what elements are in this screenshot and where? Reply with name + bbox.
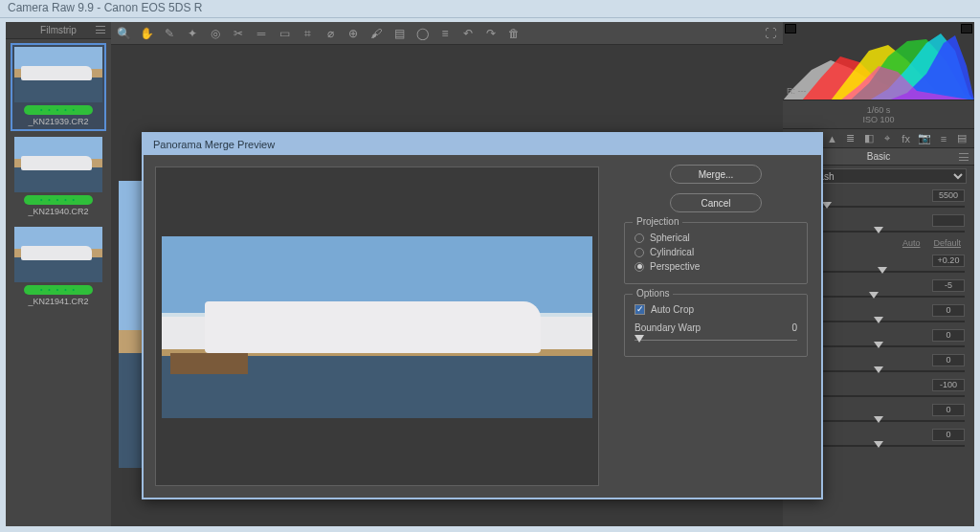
rating-badge: • • • • • [24, 285, 93, 295]
exif-iso: ISO 100 [862, 115, 894, 124]
tab-presets-icon[interactable]: ≡ [937, 132, 949, 145]
temperature-value[interactable]: 5500 [932, 189, 965, 202]
tab-fx-icon[interactable]: fx [900, 132, 912, 145]
projection-spherical-label: Spherical [650, 233, 690, 243]
options-group: Options Auto Crop Boundary Warp 0 [624, 294, 808, 357]
projection-legend: Projection [633, 216, 682, 227]
highlights-value[interactable]: 0 [932, 304, 965, 317]
vibrance-value[interactable]: 0 [932, 429, 965, 441]
thumbnail-label: _KN21941.CR2 [12, 297, 104, 309]
boundary-warp-slider[interactable] [635, 335, 797, 346]
contrast-value[interactable]: -5 [932, 279, 965, 292]
panorama-merge-dialog: Panorama Merge Preview Merge... Cancel P… [142, 132, 823, 499]
projection-perspective[interactable]: Perspective [635, 259, 797, 274]
thumbnail-list: • • • • • _KN21939.CR2 • • • • • _KN2194… [6, 39, 111, 309]
dialog-preview-area [144, 155, 611, 498]
clarity-value[interactable]: 0 [932, 404, 965, 416]
trash-icon[interactable]: 🗑 [507, 27, 521, 40]
projection-group: Projection Spherical Cylindrical Perspec… [624, 222, 808, 284]
shadows-value[interactable]: 0 [932, 329, 965, 342]
exposure-value[interactable]: +0.20 [932, 255, 965, 267]
straighten-icon[interactable]: ═ [255, 27, 268, 40]
auto-crop-label: Auto Crop [651, 304, 694, 315]
tab-split-icon[interactable]: ◧ [862, 132, 875, 145]
projection-perspective-label: Perspective [650, 261, 700, 272]
panorama-image [162, 236, 592, 418]
dialog-preview-frame [155, 166, 599, 486]
dialog-controls: Merge... Cancel Projection Spherical Cyl… [611, 155, 821, 498]
panorama-preview [162, 236, 592, 418]
checkbox-icon [635, 304, 645, 315]
projection-cylindrical-label: Cylindrical [650, 247, 694, 257]
rating-badge: • • • • • [24, 105, 93, 115]
blacks-value[interactable]: -100 [932, 379, 965, 391]
grad-icon[interactable]: ▤ [392, 27, 406, 40]
projection-spherical[interactable]: Spherical [635, 231, 797, 245]
rotate-cw-icon[interactable]: ↷ [484, 27, 498, 40]
redeye-icon[interactable]: ⊕ [346, 27, 360, 40]
eyedropper-icon[interactable]: ✎ [163, 27, 176, 40]
boundary-warp-label: Boundary Warp [635, 322, 701, 333]
basic-title: Basic [867, 151, 890, 162]
tab-hsl-icon[interactable]: ≣ [844, 132, 857, 145]
thumbnail-item[interactable]: • • • • • _KN21939.CR2 [12, 45, 104, 129]
transform-icon[interactable]: ▭ [278, 27, 291, 40]
thumbnail-item[interactable]: • • • • • _KN21941.CR2 [12, 225, 104, 309]
rotate-ccw-icon[interactable]: ↶ [461, 27, 475, 40]
basic-menu-icon[interactable] [959, 153, 969, 161]
exif-shutter: 1/60 s [867, 105, 891, 115]
options-legend: Options [633, 288, 673, 299]
tint-value[interactable] [932, 214, 965, 227]
thumbnail-image [14, 47, 102, 102]
filmstrip-menu-icon[interactable] [96, 26, 105, 33]
histogram: R: --- [783, 22, 974, 100]
dialog-titlebar[interactable]: Panorama Merge Preview [144, 134, 821, 155]
boundary-warp-value: 0 [791, 322, 797, 333]
auto-crop-checkbox[interactable]: Auto Crop [635, 302, 797, 317]
auto-link[interactable]: Auto [902, 238, 921, 248]
crop-icon[interactable]: ✂ [232, 27, 245, 40]
filmstrip-panel: Filmstrip • • • • • _KN21939.CR2 • • • •… [6, 22, 111, 526]
window-titlebar: Camera Raw 9.9 - Canon EOS 5DS R [0, 0, 980, 18]
hand-icon[interactable]: ✋ [140, 27, 153, 40]
thumbnail-image [14, 137, 102, 192]
tab-detail-icon[interactable]: ▲ [826, 132, 838, 145]
histogram-graph [783, 22, 974, 100]
spot-icon[interactable]: ⌀ [323, 27, 337, 40]
radio-icon [635, 248, 644, 257]
thumbnail-item[interactable]: • • • • • _KN21940.CR2 [12, 135, 104, 219]
brush-icon[interactable]: 🖌 [369, 27, 383, 40]
top-toolbar: 🔍 ✋ ✎ ✦ ◎ ✂ ═ ▭ ⌗ ⌀ ⊕ 🖌 ▤ ◯ ≡ ↶ ↷ 🗑 ⛶ [111, 22, 783, 45]
rating-badge: • • • • • [24, 195, 93, 205]
thumbnail-label: _KN21939.CR2 [12, 117, 104, 129]
thumbnail-label: _KN21940.CR2 [12, 207, 104, 219]
readout-r: R: --- [787, 86, 807, 96]
radio-icon [635, 262, 644, 272]
target-icon[interactable]: ◎ [209, 27, 222, 40]
exif-bar: 1/60 s ISO 100 [783, 100, 974, 129]
color-sampler-icon[interactable]: ✦ [186, 27, 199, 40]
radio-icon [635, 233, 644, 243]
tab-snapshots-icon[interactable]: ▤ [956, 132, 969, 145]
filmstrip-title: Filmstrip [40, 25, 77, 35]
whites-value[interactable]: 0 [932, 354, 965, 366]
merge-button[interactable]: Merge... [670, 165, 762, 184]
fullscreen-icon[interactable]: ⛶ [764, 27, 777, 40]
tab-lens-icon[interactable]: ⌖ [881, 132, 894, 145]
guided-icon[interactable]: ⌗ [301, 27, 314, 40]
whitebalance-select[interactable]: Flash [806, 168, 967, 184]
radial-icon[interactable]: ◯ [415, 27, 429, 40]
boundary-warp-row: Boundary Warp 0 [635, 322, 797, 346]
zoom-icon[interactable]: 🔍 [117, 27, 130, 40]
projection-cylindrical[interactable]: Cylindrical [635, 245, 797, 259]
cancel-button[interactable]: Cancel [670, 193, 762, 212]
prefs-icon[interactable]: ≡ [438, 27, 452, 40]
filmstrip-header: Filmstrip [6, 22, 111, 39]
thumbnail-image [14, 227, 102, 282]
default-link[interactable]: Default [933, 238, 961, 248]
tab-camera-icon[interactable]: 📷 [918, 132, 931, 145]
